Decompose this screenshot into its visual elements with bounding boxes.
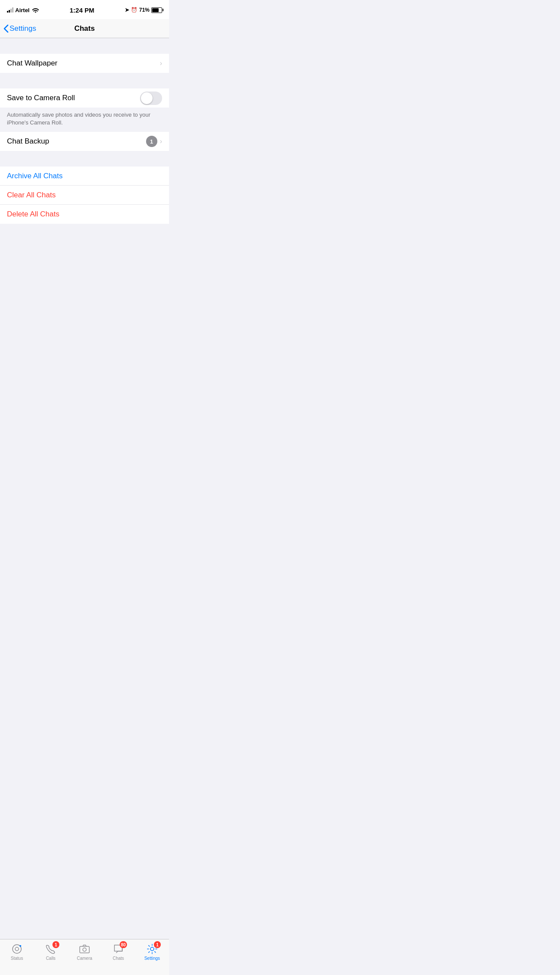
status-left: Airtel: [7, 7, 39, 13]
save-camera-roll-label: Save to Camera Roll: [7, 94, 75, 102]
chevron-right-icon: ›: [160, 59, 162, 67]
backup-section: Chat Backup 1 ›: [0, 132, 169, 151]
bottom-spacer: [0, 224, 169, 276]
chat-backup-badge: 1: [146, 136, 157, 147]
wifi-icon: [32, 7, 39, 13]
page-title: Chats: [74, 24, 94, 33]
status-time: 1:24 PM: [70, 7, 94, 14]
back-button[interactable]: Settings: [3, 24, 36, 33]
save-camera-roll-right: [140, 92, 162, 105]
chevron-right-icon-2: ›: [160, 137, 162, 145]
toggle-knob: [141, 92, 153, 104]
spacer-3: [0, 151, 169, 167]
signal-icon: [7, 7, 13, 13]
camera-roll-description: Automatically save photos and videos you…: [0, 108, 169, 132]
back-label: Settings: [10, 24, 36, 33]
chat-backup-right: 1 ›: [146, 136, 162, 147]
chat-backup-label: Chat Backup: [7, 137, 49, 146]
wallpaper-section: Chat Wallpaper ›: [0, 54, 169, 73]
delete-all-row[interactable]: Delete All Chats: [0, 205, 169, 224]
chat-wallpaper-row[interactable]: Chat Wallpaper ›: [0, 54, 169, 73]
save-camera-roll-row[interactable]: Save to Camera Roll: [0, 88, 169, 108]
spacer-1: [0, 38, 169, 54]
archive-all-row[interactable]: Archive All Chats: [0, 167, 169, 186]
spacer-2: [0, 73, 169, 88]
archive-all-label: Archive All Chats: [7, 172, 63, 180]
status-bar: Airtel 1:24 PM ➤ ⏰ 71%: [0, 0, 169, 19]
navigation-bar: Settings Chats: [0, 19, 169, 38]
chat-wallpaper-right: ›: [160, 59, 162, 67]
actions-section: Archive All Chats Clear All Chats Delete…: [0, 167, 169, 224]
save-camera-roll-toggle[interactable]: [140, 92, 162, 105]
clear-all-row[interactable]: Clear All Chats: [0, 186, 169, 205]
clear-all-label: Clear All Chats: [7, 191, 55, 200]
alarm-icon: ⏰: [131, 7, 137, 13]
camera-roll-section: Save to Camera Roll: [0, 88, 169, 108]
battery-icon: [151, 7, 162, 13]
location-icon: ➤: [125, 7, 129, 13]
chat-backup-row[interactable]: Chat Backup 1 ›: [0, 132, 169, 151]
battery-percent: 71%: [139, 7, 150, 13]
status-right: ➤ ⏰ 71%: [125, 7, 162, 13]
chat-wallpaper-label: Chat Wallpaper: [7, 59, 58, 68]
delete-all-label: Delete All Chats: [7, 210, 59, 219]
carrier-label: Airtel: [15, 7, 29, 13]
